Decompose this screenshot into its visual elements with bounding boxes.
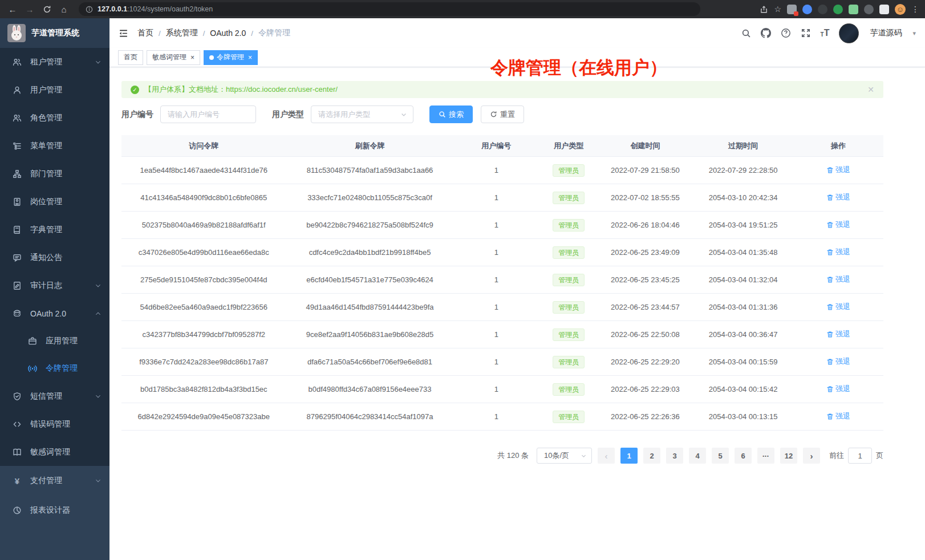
page-button-4[interactable]: 4	[689, 448, 706, 464]
side-panel-icon[interactable]	[879, 5, 889, 14]
force-logout-link[interactable]: 强退	[826, 329, 850, 339]
user-type-cell: 管理员	[539, 328, 598, 341]
browser-profile-avatar[interactable]: ☺	[895, 4, 906, 15]
breadcrumb-item[interactable]: 系统管理	[166, 28, 198, 38]
bookmark-star-icon[interactable]: ☆	[774, 5, 781, 14]
sidebar-item-audit-log[interactable]: 审计日志	[0, 271, 109, 299]
tab-敏感词管理[interactable]: 敏感词管理×	[147, 50, 200, 65]
sidebar-item-notice[interactable]: 通知公告	[0, 244, 109, 271]
tab-首页[interactable]: 首页	[118, 50, 143, 65]
breadcrumb-item[interactable]: 首页	[137, 28, 153, 38]
table-row: c342377bf8b344799dcbf7bf095287f29ce8ef2a…	[121, 321, 883, 348]
alert-close-icon[interactable]: ✕	[867, 85, 874, 94]
search-icon[interactable]	[741, 29, 751, 38]
force-logout-link[interactable]: 强退	[826, 165, 850, 175]
user-type-badge: 管理员	[553, 246, 585, 259]
sidebar-item-dept[interactable]: 部门管理	[0, 160, 109, 188]
sidebar-item-pay[interactable]: ¥支付管理	[0, 466, 109, 496]
page-size-select[interactable]: 10条/页	[537, 448, 592, 464]
extension-paw-icon[interactable]	[864, 5, 874, 14]
access-token-cell: 1ea5e44f8bc1467aaede43144f31de76	[121, 166, 286, 175]
reset-button[interactable]: 重置	[481, 105, 524, 123]
logo-bar[interactable]: 芋道管理系统	[0, 18, 109, 48]
tab-close-icon[interactable]: ×	[248, 54, 252, 61]
table-row: 1ea5e44f8bc1467aaede43144f31de76811c5304…	[121, 157, 883, 184]
extension-dark-icon[interactable]	[818, 5, 827, 14]
browser-reload-icon[interactable]	[40, 2, 54, 16]
user-id-input[interactable]	[160, 105, 256, 123]
prev-page-button[interactable]: ‹	[598, 448, 615, 464]
sidebar-item-dict[interactable]: 字典管理	[0, 216, 109, 244]
force-logout-link[interactable]: 强退	[826, 356, 850, 367]
tree-icon	[12, 141, 22, 151]
expire-time-cell: 2054-03-04 01:35:48	[692, 248, 794, 257]
sidebar-item-post[interactable]: 岗位管理	[0, 188, 109, 216]
sidebar-item-label: 岗位管理	[30, 197, 62, 207]
page-button-3[interactable]: 3	[666, 448, 683, 464]
font-size-icon[interactable]: TT	[821, 29, 830, 38]
tab-令牌管理[interactable]: 令牌管理×	[204, 50, 258, 65]
force-logout-link[interactable]: 强退	[826, 384, 850, 394]
chevron-down-icon	[95, 393, 102, 400]
refresh-token-cell: 8796295f04064c2983414cc54af1097a	[286, 412, 454, 421]
table-row: f9336e7c7dd242a283ee98dc86b17a87dfa6c71a…	[121, 348, 883, 376]
page-button-6[interactable]: 6	[735, 448, 752, 464]
sidebar-item-sensitive-word[interactable]: 敏感词管理	[0, 438, 109, 466]
extension-badged-icon[interactable]	[787, 5, 797, 14]
chevron-down-icon[interactable]: ▾	[912, 30, 916, 37]
sidebar-item-role[interactable]: 角色管理	[0, 104, 109, 132]
extension-blue-icon[interactable]	[802, 5, 812, 14]
force-logout-link[interactable]: 强退	[826, 411, 850, 421]
site-info-icon[interactable]	[86, 6, 93, 13]
page-button-5[interactable]: 5	[712, 448, 729, 464]
address-bar[interactable]: 127.0.0.1:1024/system/oauth2/token	[79, 2, 700, 16]
page-ellipsis-button[interactable]: •••	[757, 448, 774, 464]
sidebar-item-label: 短信管理	[30, 391, 62, 401]
next-page-button[interactable]: ›	[803, 448, 820, 464]
create-time-cell: 2022-06-25 22:50:08	[598, 330, 692, 339]
browser-home-icon[interactable]: ⌂	[57, 2, 71, 16]
page-button-1[interactable]: 1	[620, 448, 638, 464]
sidebar-item-report-designer[interactable]: 报表设计器	[0, 496, 109, 525]
browser-menu-icon[interactable]: ⋮	[911, 5, 919, 14]
user-type-badge: 管理员	[553, 164, 585, 177]
username[interactable]: 芋道源码	[870, 28, 902, 38]
sidebar-item-user[interactable]: 用户管理	[0, 76, 109, 104]
sidebar-item-tenant[interactable]: 租户管理	[0, 48, 109, 76]
sidebar-item-oauth2[interactable]: OAuth 2.0	[0, 299, 109, 327]
sidebar-item-sms[interactable]: 短信管理	[0, 382, 109, 410]
browser-forward-icon[interactable]: →	[23, 2, 36, 16]
sidebar-item-error-code[interactable]: 错误码管理	[0, 410, 109, 438]
search-button[interactable]: 搜索	[429, 105, 473, 123]
refresh-token-cell: 49d1aa46d1454fbd87591444423be9fa	[286, 303, 454, 311]
extension-green-icon[interactable]	[833, 5, 843, 14]
force-logout-link[interactable]: 强退	[826, 192, 850, 202]
browser-back-icon[interactable]: ←	[6, 2, 19, 16]
access-token-cell: 502375b8040a469a9b82188afdf6af1f	[121, 221, 286, 229]
audit-icon	[12, 281, 22, 290]
help-icon[interactable]	[781, 28, 791, 38]
sidebar-fold-icon[interactable]	[119, 29, 128, 38]
tab-close-icon[interactable]: ×	[190, 54, 194, 61]
force-logout-link[interactable]: 强退	[826, 220, 850, 230]
share-icon[interactable]	[760, 5, 768, 14]
page-button-2[interactable]: 2	[643, 448, 660, 464]
sidebar-item-oauth2-token[interactable]: 令牌管理	[0, 355, 109, 382]
sidebar-item-menu[interactable]: 菜单管理	[0, 132, 109, 160]
force-logout-link[interactable]: 强退	[826, 247, 850, 257]
create-time-cell: 2022-06-25 23:45:25	[598, 275, 692, 284]
breadcrumb-item[interactable]: OAuth 2.0	[210, 29, 246, 38]
fullscreen-icon[interactable]	[801, 28, 811, 38]
goto-page-input[interactable]	[848, 448, 872, 464]
force-logout-link[interactable]: 强退	[826, 274, 850, 285]
trash-icon	[826, 276, 834, 283]
user-avatar[interactable]	[839, 23, 859, 43]
alert-doc-link[interactable]: https://doc.iocoder.cn/user-center/	[226, 85, 338, 94]
extension-puzzle-icon[interactable]	[849, 5, 858, 14]
github-icon[interactable]	[761, 28, 771, 38]
breadcrumb-separator: /	[251, 29, 253, 38]
page-button-12[interactable]: 12	[780, 448, 797, 464]
user-type-select[interactable]: 请选择用户类型	[311, 105, 413, 123]
sidebar-item-oauth2-app[interactable]: 应用管理	[0, 327, 109, 355]
force-logout-link[interactable]: 强退	[826, 302, 850, 312]
